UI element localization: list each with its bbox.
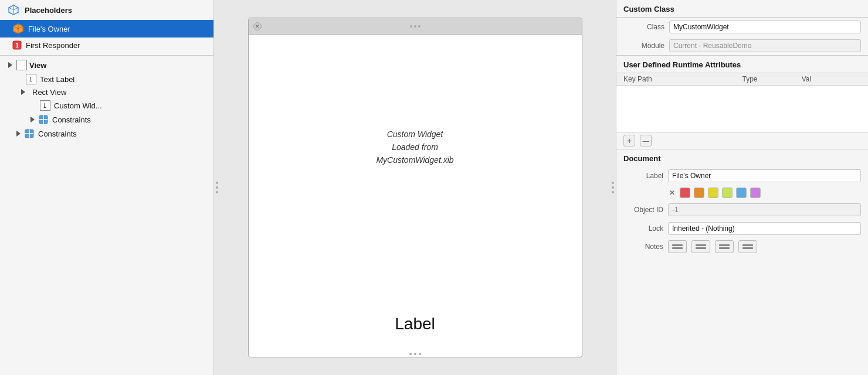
lock-label: Lock (623, 224, 663, 233)
notes-lines-icon (742, 244, 753, 249)
files-owner-item[interactable]: File's Owner (0, 20, 213, 38)
module-input[interactable] (669, 39, 861, 52)
window-bottom-dots (407, 351, 423, 357)
notes-btn-4[interactable] (738, 240, 757, 253)
constraints-inner-icon (38, 114, 49, 125)
line (719, 244, 730, 246)
line (742, 247, 753, 249)
module-label: Module (623, 42, 664, 50)
close-button[interactable]: ✕ (253, 22, 262, 30)
notes-lines-icon (672, 244, 683, 249)
remove-attribute-button[interactable]: — (640, 135, 652, 146)
constraints-outer-row[interactable]: Constraints (0, 127, 213, 141)
notes-btn-3[interactable] (715, 240, 734, 253)
view-group-row[interactable]: View (0, 58, 213, 72)
class-input[interactable] (669, 21, 861, 33)
dot (216, 182, 218, 184)
first-responder-label: First Responder (26, 41, 80, 50)
object-id-row: Object ID (616, 200, 868, 219)
col-type: Type (742, 75, 802, 83)
col-keypath: Key Path (623, 75, 742, 83)
window-titlebar: ✕ (249, 18, 582, 35)
rect-view-disclosure (21, 88, 25, 97)
class-row: Class (616, 18, 868, 36)
view-label: View (29, 61, 46, 70)
left-panel: Placeholders File's Owner 1 First Respon… (0, 0, 214, 375)
custom-wid-label: Custom Wid... (54, 101, 102, 110)
widget-text: Custom Widget Loaded from MyCustomWidget… (249, 128, 582, 167)
dot (612, 182, 614, 184)
lock-input[interactable] (668, 222, 861, 235)
line (672, 244, 683, 246)
object-id-label: Object ID (623, 206, 663, 214)
color-swatch-orange[interactable] (694, 188, 704, 198)
notes-btn-2[interactable] (691, 240, 710, 253)
text-label-item[interactable]: L Text Label (0, 72, 213, 86)
canvas-right-dots (610, 179, 616, 196)
doc-label-label: Label (623, 172, 663, 180)
ios-window: ✕ Custom Widget Loaded from MyCustomWidg… (248, 18, 582, 357)
dot (409, 353, 412, 355)
placeholders-cube-icon (7, 4, 20, 16)
text-label-icon: L (26, 74, 36, 84)
line (742, 244, 753, 246)
close-icon: ✕ (255, 23, 260, 29)
constraints-outer-disclosure (16, 129, 21, 138)
lock-row: Lock (616, 219, 868, 238)
doc-label-input[interactable] (668, 169, 861, 182)
udra-actions: + — (616, 132, 868, 149)
window-content: Custom Widget Loaded from MyCustomWidget… (249, 35, 582, 357)
line (696, 247, 706, 249)
svg-text:1: 1 (15, 42, 19, 49)
notes-lines-icon (719, 244, 730, 249)
class-label: Class (623, 23, 664, 31)
constraints-inner-row[interactable]: Constraints (0, 112, 213, 127)
placeholders-header: Placeholders (0, 0, 213, 20)
line (696, 244, 706, 246)
color-swatch-purple[interactable] (750, 188, 761, 198)
document-title: Document (616, 149, 868, 166)
title-bar-dots (410, 25, 421, 28)
plus-icon: + (627, 136, 632, 145)
custom-wid-item[interactable]: L Custom Wid... (0, 98, 213, 112)
notes-btn-1[interactable] (668, 240, 687, 253)
files-owner-icon (12, 22, 25, 35)
rect-view-row[interactable]: Rect View (0, 86, 213, 98)
color-swatch-green[interactable] (722, 188, 733, 198)
line (719, 247, 730, 249)
dot (612, 186, 614, 189)
color-clear-button[interactable]: ✕ (669, 189, 675, 197)
dot (419, 353, 421, 355)
first-responder-icon: 1 (12, 40, 22, 50)
color-swatch-red[interactable] (680, 188, 690, 198)
color-swatch-yellow[interactable] (708, 188, 718, 198)
dot (418, 25, 421, 28)
dot (414, 353, 416, 355)
dot (410, 25, 412, 28)
add-attribute-button[interactable]: + (623, 135, 635, 146)
custom-wid-icon: L (40, 100, 50, 111)
files-owner-label: File's Owner (28, 25, 70, 33)
notes-lines-icon (696, 244, 706, 249)
notes-row: Notes (616, 238, 868, 255)
view-disclosure-icon (7, 62, 13, 68)
udra-table-header: Key Path Type Val (616, 73, 868, 86)
custom-class-title: Custom Class (616, 0, 868, 17)
view-icon (16, 60, 27, 70)
object-id-input[interactable] (668, 203, 861, 216)
placeholders-title: Placeholders (25, 6, 72, 15)
constraints-outer-icon (24, 128, 35, 139)
constraints-outer-label: Constraints (38, 129, 77, 138)
constraints-inner-label: Constraints (52, 115, 91, 124)
dot (216, 186, 218, 189)
color-swatch-blue[interactable] (736, 188, 747, 198)
right-panel: Custom Class Class Module User Defined R… (616, 0, 868, 375)
widget-line2: Loaded from (392, 142, 438, 152)
line (672, 247, 683, 249)
first-responder-item[interactable]: 1 First Responder (0, 38, 213, 53)
canvas-label-text: Label (395, 315, 435, 333)
left-divider-1 (0, 55, 213, 56)
widget-line3: MyCustomWidget.xib (376, 156, 453, 165)
udra-title: User Defined Runtime Attributes (616, 56, 868, 73)
minus-icon: — (643, 137, 649, 144)
